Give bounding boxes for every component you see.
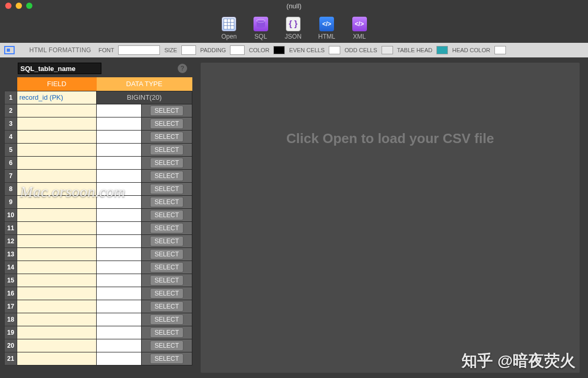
select-datatype-button[interactable]: SELECT — [150, 236, 183, 246]
table-head-swatch[interactable] — [436, 46, 448, 54]
datatype-value-cell[interactable] — [97, 234, 142, 247]
field-cell[interactable] — [17, 339, 97, 352]
datatype-value-cell[interactable] — [97, 117, 142, 130]
datatype-value-cell[interactable] — [97, 261, 142, 274]
table-row: 3SELECT — [5, 117, 192, 130]
datatype-cell[interactable]: BIGINT(20) — [97, 91, 192, 104]
select-datatype-button[interactable]: SELECT — [150, 288, 183, 299]
select-datatype-button[interactable]: SELECT — [150, 353, 183, 364]
table-row: 7SELECT — [5, 169, 192, 182]
odd-cells-label: ODD CELLS — [344, 47, 377, 53]
field-cell[interactable] — [17, 313, 97, 326]
odd-cells-swatch[interactable] — [382, 46, 393, 54]
table-row: 18SELECT — [5, 313, 192, 326]
field-cell[interactable] — [17, 182, 97, 195]
minimize-window-icon[interactable] — [16, 3, 22, 9]
sql-button[interactable]: SQL — [253, 17, 268, 40]
field-cell[interactable] — [17, 352, 97, 365]
row-number: 4 — [5, 130, 17, 143]
select-datatype-button[interactable]: SELECT — [150, 119, 183, 129]
select-datatype-button[interactable]: SELECT — [150, 105, 183, 116]
select-datatype-button[interactable]: SELECT — [150, 301, 183, 312]
datatype-value-cell[interactable] — [97, 130, 142, 143]
select-datatype-button[interactable]: SELECT — [150, 132, 183, 142]
select-datatype-button[interactable]: SELECT — [150, 210, 183, 220]
table-name-input[interactable] — [18, 63, 101, 74]
select-datatype-button[interactable]: SELECT — [150, 327, 183, 338]
padding-input[interactable] — [230, 45, 245, 55]
maximize-window-icon[interactable] — [26, 3, 32, 9]
field-cell[interactable] — [17, 234, 97, 247]
row-number: 12 — [5, 234, 17, 247]
table-row: 11SELECT — [5, 221, 192, 234]
datatype-value-cell[interactable] — [97, 274, 142, 287]
datatype-value-cell[interactable] — [97, 326, 142, 339]
select-datatype-button[interactable]: SELECT — [150, 171, 183, 181]
code-icon: </> — [352, 17, 367, 31]
html-button[interactable]: </> HTML — [318, 17, 336, 40]
field-cell[interactable] — [17, 143, 97, 156]
select-datatype-button[interactable]: SELECT — [150, 145, 183, 155]
head-color-swatch[interactable] — [494, 46, 506, 54]
select-datatype-button[interactable]: SELECT — [150, 275, 183, 286]
datatype-value-cell[interactable] — [97, 104, 142, 117]
datatype-select-cell: SELECT — [142, 287, 192, 300]
datatype-value-cell[interactable] — [97, 182, 142, 195]
datatype-value-cell[interactable] — [97, 143, 142, 156]
row-number: 20 — [5, 339, 17, 352]
row-number: 16 — [5, 287, 17, 300]
field-cell[interactable]: record_id (PK) — [17, 91, 97, 104]
main-toolbar: Open SQL { } JSON </> HTML </> XML — [0, 11, 588, 43]
field-cell[interactable] — [17, 156, 97, 169]
row-number: 15 — [5, 274, 17, 287]
field-cell[interactable] — [17, 208, 97, 221]
even-cells-swatch[interactable] — [329, 46, 340, 54]
datatype-value-cell[interactable] — [97, 156, 142, 169]
field-cell[interactable] — [17, 221, 97, 234]
field-cell[interactable] — [17, 130, 97, 143]
datatype-value-cell[interactable] — [97, 300, 142, 313]
select-datatype-button[interactable]: SELECT — [150, 262, 183, 273]
select-datatype-button[interactable]: SELECT — [150, 158, 183, 168]
field-cell[interactable] — [17, 274, 97, 287]
select-datatype-button[interactable]: SELECT — [150, 340, 183, 351]
field-cell[interactable] — [17, 287, 97, 300]
row-number: 11 — [5, 221, 17, 234]
select-datatype-button[interactable]: SELECT — [150, 314, 183, 325]
select-datatype-button[interactable]: SELECT — [150, 249, 183, 259]
datatype-select-cell: SELECT — [142, 326, 192, 339]
datatype-value-cell[interactable] — [97, 221, 142, 234]
preview-placeholder: Click Open to load your CSV file — [286, 131, 494, 147]
datatype-value-cell[interactable] — [97, 313, 142, 326]
xml-button[interactable]: </> XML — [352, 17, 367, 40]
size-input[interactable] — [181, 45, 196, 55]
select-datatype-button[interactable]: SELECT — [150, 197, 183, 207]
field-cell[interactable] — [17, 195, 97, 208]
color-swatch[interactable] — [273, 46, 285, 54]
row-number: 5 — [5, 143, 17, 156]
field-cell[interactable] — [17, 326, 97, 339]
select-datatype-button[interactable]: SELECT — [150, 184, 183, 194]
help-icon[interactable]: ? — [178, 64, 187, 73]
json-button[interactable]: { } JSON — [285, 17, 302, 40]
field-cell[interactable] — [17, 247, 97, 261]
head-color-label: HEAD COLOR — [452, 47, 490, 53]
font-input[interactable] — [118, 45, 160, 55]
field-cell[interactable] — [17, 104, 97, 117]
field-cell[interactable] — [17, 300, 97, 313]
table-row: 8SELECT — [5, 182, 192, 195]
datatype-value-cell[interactable] — [97, 339, 142, 352]
close-window-icon[interactable] — [5, 3, 11, 9]
field-cell[interactable] — [17, 117, 97, 130]
select-datatype-button[interactable]: SELECT — [150, 223, 183, 233]
datatype-value-cell[interactable] — [97, 352, 142, 365]
open-button[interactable]: Open — [221, 17, 236, 40]
datatype-value-cell[interactable] — [97, 287, 142, 300]
datatype-value-cell[interactable] — [97, 247, 142, 261]
datatype-value-cell[interactable] — [97, 195, 142, 208]
field-cell[interactable] — [17, 261, 97, 274]
datatype-value-cell[interactable] — [97, 169, 142, 182]
color-label: COLOR — [249, 47, 269, 53]
field-cell[interactable] — [17, 169, 97, 182]
datatype-value-cell[interactable] — [97, 208, 142, 221]
